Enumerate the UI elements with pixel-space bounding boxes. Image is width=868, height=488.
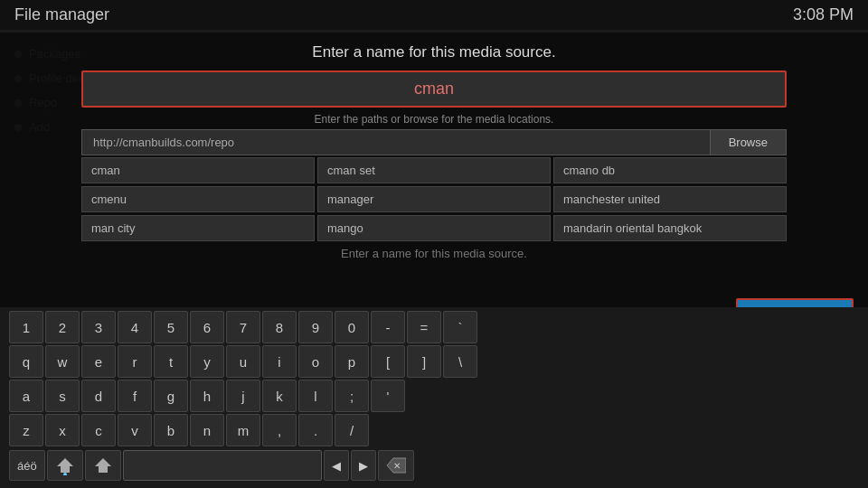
key-;[interactable]: ; <box>335 380 369 412</box>
suggestion-5[interactable]: manchester united <box>553 186 787 212</box>
suggestion-7[interactable]: mango <box>317 215 551 241</box>
key-3[interactable]: 3 <box>81 311 116 343</box>
key-4[interactable]: 4 <box>118 311 152 343</box>
key-u[interactable]: u <box>226 345 260 378</box>
key-5[interactable]: 5 <box>154 311 188 343</box>
key-=[interactable]: = <box>407 311 441 343</box>
key-n[interactable]: n <box>190 414 224 446</box>
key-r[interactable]: r <box>118 345 152 378</box>
key-x[interactable]: x <box>45 414 80 446</box>
left-arrow-key[interactable]: ◀ <box>324 450 349 481</box>
key-row-zxcv: zxcvbnm,./ <box>0 414 369 446</box>
key-8[interactable]: 8 <box>262 311 297 343</box>
key-a[interactable]: a <box>9 380 43 412</box>
key-g[interactable]: g <box>154 380 188 412</box>
backspace-key[interactable]: ✕ <box>378 450 414 481</box>
suggestion-1[interactable]: cman set <box>317 157 551 183</box>
special-chars-key[interactable]: áéö <box>9 450 45 481</box>
key-7[interactable]: 7 <box>226 311 260 343</box>
right-arrow-key[interactable]: ▶ <box>351 450 376 481</box>
shift-home-key[interactable] <box>47 450 83 481</box>
key-row-qwerty: qwertyuiop[]\ <box>0 345 477 378</box>
svg-point-1 <box>63 473 67 475</box>
key--[interactable]: - <box>371 311 405 343</box>
key-/[interactable]: / <box>335 414 369 446</box>
suggestion-3[interactable]: cmenu <box>81 186 315 212</box>
name-prompt: Enter a name for this media source. <box>81 43 787 61</box>
bottom-key-row: áéö ◀ ▶ ✕ <box>0 450 414 481</box>
key-k[interactable]: k <box>262 380 297 412</box>
key-m[interactable]: m <box>226 414 260 446</box>
path-section: Enter the paths or browse for the media … <box>81 113 787 155</box>
key-q[interactable]: q <box>9 345 43 378</box>
path-prompt: Enter the paths or browse for the media … <box>81 113 787 126</box>
key-.[interactable]: . <box>298 414 333 446</box>
svg-marker-0 <box>57 458 73 473</box>
second-prompt: Enter a name for this media source. <box>81 247 787 260</box>
key-t[interactable]: t <box>154 345 188 378</box>
key-,[interactable]: , <box>262 414 297 446</box>
key-[[interactable]: [ <box>371 345 405 378</box>
suggestion-8[interactable]: mandarin oriental bangkok <box>553 215 787 241</box>
browse-button[interactable]: Browse <box>710 129 787 155</box>
key-`[interactable]: ` <box>443 311 477 343</box>
suggestion-0[interactable]: cman <box>81 157 315 183</box>
key-b[interactable]: b <box>154 414 188 446</box>
suggestion-6[interactable]: man city <box>81 215 315 241</box>
suggestions-grid: cman cman set cmano db cmenu manager man… <box>81 157 787 241</box>
svg-text:✕: ✕ <box>393 461 401 471</box>
key-p[interactable]: p <box>335 345 369 378</box>
key-y[interactable]: y <box>190 345 224 378</box>
svg-marker-2 <box>95 458 111 473</box>
key-0[interactable]: 0 <box>335 311 369 343</box>
key-\[interactable]: \ <box>443 345 477 378</box>
key-h[interactable]: h <box>190 380 224 412</box>
key-6[interactable]: 6 <box>190 311 224 343</box>
key-f[interactable]: f <box>118 380 152 412</box>
name-input[interactable]: cman <box>81 70 787 108</box>
keyboard-area: 1234567890-=` qwertyuiop[]\ asdfghjkl;' … <box>0 307 868 488</box>
clock: 3:08 PM <box>793 5 854 24</box>
app-title: File manager <box>14 5 109 24</box>
key-l[interactable]: l <box>298 380 333 412</box>
top-bar: File manager 3:08 PM <box>0 0 868 30</box>
key-i[interactable]: i <box>262 345 297 378</box>
key-9[interactable]: 9 <box>298 311 333 343</box>
key-c[interactable]: c <box>81 414 116 446</box>
key-z[interactable]: z <box>9 414 43 446</box>
spacebar[interactable] <box>123 450 322 481</box>
key-][interactable]: ] <box>407 345 441 378</box>
path-row: http://cmanbuilds.com/repo Browse <box>81 129 787 155</box>
path-input[interactable]: http://cmanbuilds.com/repo <box>81 129 710 155</box>
key-j[interactable]: j <box>226 380 260 412</box>
key-w[interactable]: w <box>45 345 80 378</box>
key-v[interactable]: v <box>118 414 152 446</box>
key-1[interactable]: 1 <box>9 311 43 343</box>
key-row-numbers: 1234567890-=` <box>0 311 477 343</box>
key-o[interactable]: o <box>298 345 333 378</box>
key-row-asdf: asdfghjkl;' <box>0 380 405 412</box>
suggestion-4[interactable]: manager <box>317 186 551 212</box>
key-'[interactable]: ' <box>371 380 405 412</box>
name-section: Enter a name for this media source. cman <box>81 43 787 108</box>
shift-key[interactable] <box>85 450 121 481</box>
suggestion-2[interactable]: cmano db <box>553 157 787 183</box>
key-2[interactable]: 2 <box>45 311 80 343</box>
key-s[interactable]: s <box>45 380 80 412</box>
key-e[interactable]: e <box>81 345 116 378</box>
key-d[interactable]: d <box>81 380 116 412</box>
